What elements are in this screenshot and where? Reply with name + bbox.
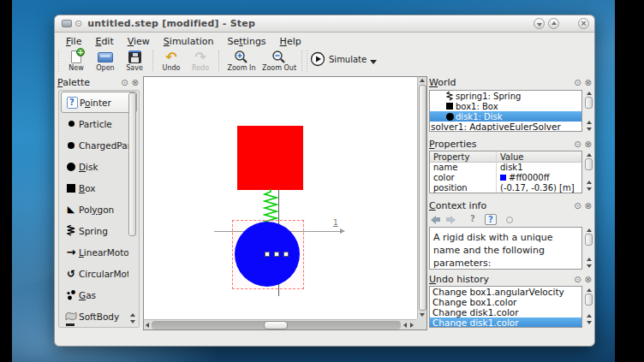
- scroll-down-icon[interactable]: [587, 187, 592, 191]
- world-item-disk1-selected[interactable]: disk1: Disk: [430, 111, 581, 122]
- scroll-up-icon[interactable]: [587, 121, 592, 124]
- world-scrollbar[interactable]: [584, 90, 593, 133]
- close-panel-icon[interactable]: ⊗: [132, 79, 139, 87]
- scroll-down-icon[interactable]: [420, 313, 425, 317]
- redo-button[interactable]: ↷ Redo: [186, 49, 215, 72]
- scroll-up-icon[interactable]: [587, 181, 592, 184]
- undo-item[interactable]: Change disk1.color: [430, 307, 581, 317]
- scroll-up-icon[interactable]: [587, 228, 592, 232]
- scroll-down-icon[interactable]: [130, 320, 135, 323]
- scroll-down-icon[interactable]: [587, 321, 592, 324]
- scrollbar-thumb[interactable]: [585, 97, 593, 109]
- property-row-position[interactable]: position (-0.17, -0.36) [m]: [430, 183, 581, 193]
- minimize-button[interactable]: [534, 18, 545, 29]
- scrollbar-thumb[interactable]: [585, 294, 593, 306]
- toolbar-drag-handle[interactable]: [306, 50, 309, 72]
- property-row-color[interactable]: color #ff0000ff: [430, 173, 581, 183]
- scroll-up-icon[interactable]: [130, 313, 135, 317]
- scroll-down-icon[interactable]: [587, 264, 592, 268]
- scroll-up-icon[interactable]: [420, 79, 425, 82]
- scroll-left-icon[interactable]: [146, 323, 149, 328]
- menu-help[interactable]: Help: [273, 35, 308, 48]
- disk-icon: [446, 113, 454, 121]
- world-item-spring1[interactable]: spring1: Spring: [430, 91, 581, 101]
- float-panel-icon[interactable]: ⊙: [574, 79, 581, 87]
- scroll-up-icon[interactable]: [587, 288, 592, 292]
- float-panel-icon[interactable]: ⊙: [574, 202, 581, 211]
- menu-simulation[interactable]: Simulation: [157, 35, 221, 48]
- forward-button[interactable]: [446, 216, 456, 224]
- context-scrollbar[interactable]: [584, 227, 593, 270]
- palette-item-pointer[interactable]: ? Pointer: [61, 92, 137, 113]
- float-panel-icon[interactable]: ⊙: [574, 276, 581, 284]
- undo-label: Undo: [163, 64, 181, 72]
- palette-scrollbar[interactable]: [128, 92, 137, 325]
- context-info-title: Context info: [429, 200, 486, 211]
- back-button[interactable]: [431, 216, 440, 224]
- property-row-name[interactable]: name disk1: [430, 163, 581, 173]
- scroll-right-icon[interactable]: [410, 323, 414, 328]
- undo-scrollbar[interactable]: [584, 287, 593, 326]
- close-panel-icon[interactable]: ⊗: [585, 79, 592, 87]
- undo-item[interactable]: Change box1.angularVelocity: [430, 287, 581, 297]
- scene-viewport[interactable]: 1: [144, 77, 415, 318]
- help-button[interactable]: ?: [467, 214, 479, 225]
- world-title: World: [429, 77, 456, 88]
- canvas-vertical-scrollbar[interactable]: [417, 77, 426, 318]
- close-panel-icon[interactable]: ⊗: [585, 276, 592, 284]
- scrollbar-thumb[interactable]: [264, 321, 288, 329]
- zoom-in-button[interactable]: Zoom In: [223, 49, 260, 72]
- world-item-solver1[interactable]: solver1: AdaptiveEulerSolver: [430, 122, 581, 132]
- undo-item[interactable]: Change box1.color: [430, 297, 581, 307]
- scroll-up-icon[interactable]: [587, 92, 592, 95]
- save-floppy-icon: [128, 50, 141, 63]
- scroll-down-icon[interactable]: [587, 128, 592, 131]
- menu-view[interactable]: View: [121, 35, 157, 48]
- save-label: Save: [126, 64, 143, 72]
- context-toolbar: ? ?: [431, 213, 513, 226]
- float-panel-icon[interactable]: ⊙: [574, 140, 581, 149]
- close-button[interactable]: ×: [578, 18, 589, 29]
- status-circle-icon[interactable]: [506, 217, 513, 223]
- scroll-up-icon[interactable]: [587, 153, 592, 157]
- window-menu-icon[interactable]: ⊙: [75, 19, 82, 28]
- maximize-button[interactable]: [548, 18, 559, 29]
- new-button[interactable]: + New: [62, 49, 91, 72]
- undo-item-selected[interactable]: Change disk1.color: [430, 317, 581, 328]
- titlebar[interactable]: ⊙ untitled.step [modified] - Step ×: [55, 15, 594, 33]
- scroll-up-icon[interactable]: [587, 258, 592, 261]
- properties-scrollbar[interactable]: [584, 151, 593, 193]
- column-value[interactable]: Value: [497, 151, 527, 162]
- open-button[interactable]: Open: [91, 49, 120, 72]
- scrollbar-track[interactable]: [152, 321, 401, 329]
- undo-button[interactable]: ↶ Undo: [157, 49, 186, 72]
- selection-handle[interactable]: [283, 252, 289, 257]
- float-panel-icon[interactable]: ⊙: [121, 79, 128, 87]
- scene-box1[interactable]: [237, 126, 303, 190]
- scroll-up-icon[interactable]: [587, 314, 592, 317]
- toolbar-drag-handle[interactable]: [57, 50, 61, 72]
- save-button[interactable]: Save: [120, 49, 149, 72]
- app-icon: [62, 20, 72, 27]
- box-icon: [446, 103, 453, 110]
- scrollbar-thumb[interactable]: [585, 234, 593, 246]
- column-property[interactable]: Property: [430, 151, 497, 162]
- scrollbar-thumb[interactable]: [128, 92, 136, 236]
- scrollbar-thumb[interactable]: [585, 158, 593, 170]
- menu-file[interactable]: File: [59, 35, 88, 48]
- close-panel-icon[interactable]: ⊗: [585, 202, 592, 211]
- simulate-button[interactable]: Simulate: [310, 49, 377, 67]
- zoom-out-button[interactable]: Zoom Out: [260, 49, 298, 72]
- close-panel-icon[interactable]: ⊗: [585, 140, 592, 149]
- follow-selection-toggle[interactable]: ?: [485, 214, 497, 225]
- scrollbar-thumb[interactable]: [419, 85, 426, 311]
- selection-handle[interactable]: [265, 252, 270, 257]
- open-folder-icon: [98, 52, 113, 62]
- properties-header-row[interactable]: Property Value: [430, 151, 581, 163]
- menu-edit[interactable]: Edit: [88, 35, 120, 48]
- world-item-box1[interactable]: box1: Box: [430, 101, 581, 111]
- scroll-left-icon[interactable]: [403, 323, 407, 328]
- selection-handle[interactable]: [274, 252, 279, 257]
- properties-table: Property Value name disk1 color #ff0000f…: [429, 151, 582, 193]
- menu-settings[interactable]: Settings: [220, 35, 272, 48]
